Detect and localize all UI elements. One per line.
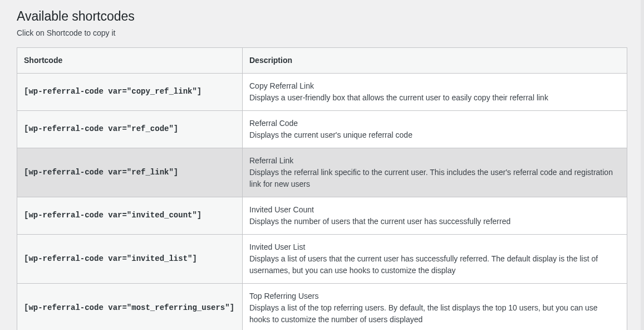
description-cell: Invited User CountDisplays the number of… bbox=[243, 197, 627, 234]
description-text: Displays a list of users that the curren… bbox=[249, 253, 620, 276]
description-text: Displays the current user's unique refer… bbox=[249, 129, 620, 141]
scrollbar-track[interactable] bbox=[641, 0, 644, 330]
shortcodes-table: Shortcode Description [wp-referral-code … bbox=[17, 47, 627, 330]
table-header-row: Shortcode Description bbox=[17, 47, 627, 73]
description-cell: Invited User ListDisplays a list of user… bbox=[243, 234, 627, 283]
description-title: Copy Referral Link bbox=[249, 80, 620, 92]
shortcode-cell[interactable]: [wp-referral-code var="ref_code"] bbox=[17, 110, 243, 148]
description-title: Referral Link bbox=[249, 155, 620, 167]
description-title: Invited User Count bbox=[249, 204, 620, 216]
description-cell: Referral LinkDisplays the referral link … bbox=[243, 148, 627, 197]
description-text: Displays the referral link specific to t… bbox=[249, 167, 620, 190]
description-cell: Copy Referral LinkDisplays a user-friend… bbox=[243, 73, 627, 110]
page-wrap: Available shortcodes Click on Shortcode … bbox=[0, 0, 644, 330]
shortcode-cell[interactable]: [wp-referral-code var="ref_link"] bbox=[17, 148, 243, 197]
description-cell: Referral CodeDisplays the current user's… bbox=[243, 110, 627, 148]
shortcode-cell[interactable]: [wp-referral-code var="invited_count"] bbox=[17, 197, 243, 234]
page-title: Available shortcodes bbox=[17, 8, 627, 25]
description-text: Displays the number of users that the cu… bbox=[249, 216, 620, 227]
shortcode-cell[interactable]: [wp-referral-code var="invited_list"] bbox=[17, 234, 243, 283]
table-row: [wp-referral-code var="copy_ref_link"]Co… bbox=[17, 73, 627, 110]
description-title: Invited User List bbox=[249, 241, 620, 253]
description-title: Referral Code bbox=[249, 118, 620, 129]
description-text: Displays a list of the top referring use… bbox=[249, 302, 620, 326]
table-row: [wp-referral-code var="invited_list"]Inv… bbox=[17, 234, 627, 283]
shortcode-cell[interactable]: [wp-referral-code var="most_referring_us… bbox=[17, 283, 243, 330]
table-row: [wp-referral-code var="invited_count"]In… bbox=[17, 197, 627, 234]
col-header-description: Description bbox=[243, 47, 627, 73]
description-title: Top Referring Users bbox=[249, 290, 620, 302]
description-cell: Top Referring UsersDisplays a list of th… bbox=[243, 283, 627, 330]
table-row: [wp-referral-code var="ref_code"]Referra… bbox=[17, 110, 627, 148]
table-row: [wp-referral-code var="ref_link"]Referra… bbox=[17, 148, 627, 197]
table-row: [wp-referral-code var="most_referring_us… bbox=[17, 283, 627, 330]
page-subtitle: Click on Shortcode to copy it bbox=[17, 28, 627, 37]
description-text: Displays a user-friendly box that allows… bbox=[249, 92, 620, 104]
col-header-shortcode: Shortcode bbox=[17, 47, 243, 73]
shortcode-cell[interactable]: [wp-referral-code var="copy_ref_link"] bbox=[17, 73, 243, 110]
